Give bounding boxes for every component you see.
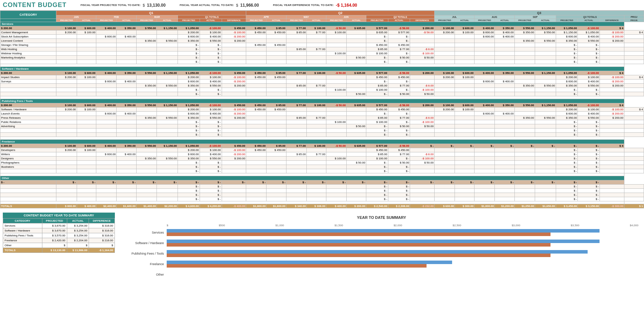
data-cell [455,60,475,64]
bar-actual [167,243,550,247]
data-cell [347,129,366,133]
data-cell [307,161,326,165]
data-cell: $ 1,050.00 [578,30,600,35]
data-cell [455,165,475,169]
data-cell [475,152,495,157]
subtotal-cell: $ 100.00 [56,144,77,148]
data-cell [266,116,286,120]
ytd-data-cell: Freelance [3,238,42,243]
data-cell: $ - [388,60,410,64]
data-cell [455,112,475,116]
fiscal-diff-group: FISCAL YEAR DIFFERENCE TOTAL TO DATE: -$… [273,3,357,8]
data-cell: -$ 100.00 [410,51,435,56]
data-cell: Impact Studies [0,75,56,80]
subtotal-cell: $ 600.00 [77,103,96,108]
data-cell [455,56,475,60]
data-cell [600,197,624,201]
jun-actual-header: ACTUAL [347,19,366,22]
data-cell [455,157,475,161]
data-cell: $ - [556,56,578,60]
data-cell [326,193,346,197]
subtotal-cell: $ 550.00 [514,71,535,75]
data-cell: $ 77.00 [307,152,326,157]
data-cell: $ 350.00 [556,116,578,120]
totals-row: TOTALS$ 800.00$ 400.00$2,400.00$1,600.00… [0,204,644,208]
fiscal-diff-label: FISCAL YEAR DIFFERENCE TOTAL TO DATE: [273,4,334,7]
data-cell: $ 77.00 [388,84,410,88]
chart-row-label: Services [125,231,167,234]
data-cell: $ 550.00 [535,30,556,35]
q1totals-header: Q1 TOTALS [178,15,246,19]
data-cell: $ - [556,152,578,157]
data-cell [410,108,435,112]
data-cell: $ - [388,80,410,84]
data-cell [514,47,535,51]
subtotal-cell: $ 550.00 [137,71,157,75]
data-cell [435,165,455,169]
data-cell [56,51,77,56]
data-cell [117,169,137,173]
totals-cell: $ 4,600.00 [178,204,200,208]
ytd-total-row: TOTALS$ 13,130.00$ 11,986.00-$ 1,164.00 [3,248,115,253]
spreadsheet-container[interactable]: CATEGORY Q1 Q2 Q3 JAN FEB MAR Q1 TOTALS … [0,11,644,208]
data-cell: $ 200.00 [56,30,77,35]
data-cell [286,108,307,112]
data-cell [600,161,624,165]
data-cell [535,169,556,173]
data-cell [514,161,535,165]
data-cell [410,60,435,64]
data-cell [495,165,515,169]
data-cell [495,193,515,197]
data-cell [246,120,266,124]
data-cell [435,193,455,197]
data-cell [286,35,307,39]
chart-row-label: Other [125,273,167,276]
data-cell: -$ 200.00 [222,80,246,84]
data-row: Impact Studies$ 200.00$ 100.00$ 200.00$ … [0,75,644,80]
subtotal-cell: $ - [56,180,77,185]
data-cell [600,157,624,161]
data-cell: $ 200.00 [600,39,624,43]
subtotal-cell: $ - [307,180,326,185]
data-cell [495,75,515,80]
data-cell [77,39,96,43]
data-cell [475,157,495,161]
data-cell [246,60,266,64]
data-cell [600,169,624,173]
data-cell [455,84,475,88]
q3-proj-header: PROJECTED [556,19,578,22]
data-cell [56,169,77,173]
data-cell [157,124,178,129]
data-cell [535,35,556,39]
jan-actual-header: ACTUAL [77,19,96,22]
chart-row: Publishing Fees / Tools [125,249,638,258]
subtotal-cell: $ - [246,180,266,185]
data-cell [137,30,157,35]
data-cell: $ 600.00 [178,80,200,84]
data-cell: $ 50.00 [347,124,366,129]
data-cell [137,129,157,133]
data-cell [157,35,178,39]
subtotal-cell: $ 550.00 [137,103,157,108]
data-cell [455,193,475,197]
totals-cell: $1,400.00 [137,204,157,208]
data-cell: $ 450.00 [266,108,286,112]
data-cell: $ - [366,80,388,84]
data-row: Licensed Content$ 350.00$ 550.00$ 350.00… [0,39,644,43]
data-cell [266,197,286,201]
data-cell: $ 4 [624,30,644,35]
data-cell [326,47,346,51]
data-cell: -$ 100.00 [600,75,624,80]
data-cell [56,39,77,43]
data-cell [475,161,495,165]
data-cell: $ 85.00 [366,116,388,120]
data-cell [535,124,556,129]
data-cell: $ - [388,112,410,116]
data-cell [117,193,137,197]
data-cell: $ 100.00 [77,30,96,35]
data-cell [514,124,535,129]
subtotal-cell: $ - [410,144,435,148]
subtotal-cell: $ 635.00 [347,26,366,30]
data-cell: $ 1,150.00 [556,30,578,35]
data-cell: $ - [556,120,578,124]
